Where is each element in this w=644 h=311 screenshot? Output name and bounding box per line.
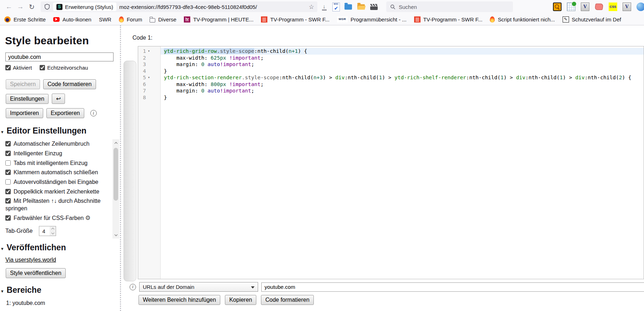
identity-pill[interactable]: S Erweiterung (Stylus) (53, 2, 116, 11)
site-lookup-icon[interactable] (553, 2, 562, 11)
open-folder-icon[interactable] (356, 2, 366, 11)
bookmark-label: Programmübersicht - ... (351, 16, 407, 22)
w3c-validator-icon[interactable]: W3C ✔ (332, 2, 340, 11)
line-gutter: 5▾ (138, 74, 161, 81)
bookmark-item[interactable]: Script funktioniert nich... (490, 16, 555, 22)
code-panel: Code 1: 1▾ytd-rich-grid-row.style-scope:… (122, 25, 644, 311)
editor-option[interactable]: Doppelklick markiert Zeichenkette (5, 188, 104, 196)
downloads-icon[interactable]: ↓ (320, 2, 329, 11)
info-icon[interactable]: i (90, 110, 97, 116)
style-name-input[interactable] (5, 52, 114, 61)
code-lines: 1▾ytd-rich-grid-row.style-scope:nth-chil… (138, 46, 644, 279)
bookmark-label: Diverse (158, 16, 176, 22)
bookmark-item[interactable]: TV-Programm - SWR F... (261, 16, 329, 22)
save-button[interactable]: Speichern (6, 79, 40, 89)
editor-settings-heading[interactable]: ▾ Editor Einstellungen (1, 126, 120, 136)
back-icon[interactable]: ← (4, 1, 14, 12)
fold-arrow-icon[interactable]: ▾ (148, 48, 150, 55)
editor-option[interactable]: Autovervollständigen bei Eingabe (5, 178, 104, 186)
bookmark-icon (261, 16, 267, 22)
back-to-manage-button[interactable]: ↩ (52, 94, 65, 104)
code-line[interactable]: 4} (138, 68, 644, 75)
toggle-checkbox[interactable]: Aktiviert (5, 65, 32, 71)
gear-icon[interactable]: ⚙ (85, 215, 91, 221)
section-jump-item[interactable]: 1: youtube.com (6, 300, 120, 306)
code-line[interactable]: 6 max-width: 800px !important; (138, 81, 644, 88)
bookmarks-folder-icon[interactable] (343, 2, 353, 11)
info-icon[interactable]: i (130, 284, 136, 290)
tab-size-stepper[interactable]: 4 (39, 226, 56, 236)
bookmark-item[interactable]: SWR (99, 16, 111, 22)
bookmark-icon: WDR (337, 16, 348, 22)
forward-icon[interactable]: → (15, 1, 26, 12)
url-text[interactable]: moz-extension://fd957793-dfe3-4cec-98eb-… (119, 4, 306, 10)
bookmark-item[interactable]: Auto-Ikonen (53, 16, 91, 22)
code-line[interactable]: 1▾ytd-rich-grid-row.style-scope:nth-chil… (138, 48, 644, 55)
bookmark-icon (53, 17, 60, 22)
code-editor[interactable]: 1▾ytd-rich-grid-row.style-scope:nth-chil… (138, 46, 644, 279)
stepper-arrows-icon[interactable] (50, 226, 56, 236)
bookmark-item[interactable]: ✎ Schutzverlauf im Def (563, 16, 621, 22)
apply-to-select[interactable]: URLs auf der Domain (139, 282, 258, 292)
code-line[interactable]: 8} (138, 94, 644, 101)
footer-button[interactable]: Code formatieren (261, 295, 314, 305)
footer-button[interactable]: Kopieren (225, 295, 256, 305)
bookmark-item[interactable]: hr TV-Programm | HEUTE... (184, 16, 253, 22)
bookmark-item[interactable]: Erste Schritte (4, 16, 46, 22)
editor-option[interactable]: Automatischer Zeilenumbruch (5, 140, 104, 148)
editor-option[interactable]: Farbwähler für CSS-Farben⚙ (5, 214, 104, 222)
domain-input[interactable] (261, 282, 644, 292)
scrollbar-thumb[interactable] (114, 148, 118, 201)
editor-option[interactable]: Intelligenter Einzug (5, 150, 104, 157)
import-button[interactable]: Importieren (6, 108, 43, 118)
sidebar-scrollbar[interactable] (112, 139, 119, 239)
bookmarks-bar: Erste Schritte Auto-Ikonen SWR Forum (0, 14, 644, 25)
code-line[interactable]: 7 margin: 0 auto!important; (138, 87, 644, 94)
code-line[interactable]: 2 max-width: 625px !important; (138, 55, 644, 61)
style-toggles: Aktiviert Echtzeitvorschau (5, 65, 120, 71)
bookmark-label: TV-Programm - SWR F... (423, 16, 483, 22)
fold-arrow-icon[interactable]: ▾ (148, 74, 150, 81)
script-scroll-icon[interactable] (595, 2, 603, 11)
publish-style-button[interactable]: Style veröffentlichen (6, 268, 66, 278)
bookmark-item[interactable]: TV-Programm - SWR F... (414, 16, 483, 22)
collapse-arrow-icon: ▾ (1, 289, 4, 294)
editor-option[interactable]: Klammern automatisch schließen (5, 169, 104, 176)
table-check-icon[interactable] (567, 2, 575, 11)
toggle-checkbox[interactable]: Echtzeitvorschau (40, 65, 88, 71)
clipped-edge-icon[interactable] (637, 2, 644, 11)
footer-button[interactable]: Weiteren Bereich hinzufügen (139, 295, 220, 305)
scroll-down-icon[interactable] (112, 231, 119, 239)
media-clapper-icon[interactable] (369, 2, 378, 11)
css-badge-icon[interactable]: CSS (609, 2, 617, 11)
editor-options-list: Automatischer Zeilenumbruch Intelligente… (0, 139, 120, 239)
validator-v-icon-2[interactable]: V (623, 2, 631, 11)
heading-label: Veröffentlichen (7, 243, 66, 252)
publish-heading[interactable]: ▾ Veröffentlichen (1, 243, 120, 252)
shield-icon[interactable] (44, 4, 50, 10)
bookmark-item[interactable]: Forum (119, 16, 142, 22)
sections-heading[interactable]: ▾ Bereiche (1, 285, 120, 295)
validator-v-icon[interactable]: V (581, 2, 589, 11)
bookmark-item[interactable]: Diverse (150, 16, 176, 22)
editor-option[interactable]: Tabs mit intelligentem Einzug (5, 159, 104, 167)
code-line[interactable]: 3 margin: 0 auto!important; (138, 61, 644, 68)
browser-window: ← → ↻ S Erweiterung (Stylus) moz-extensi… (0, 0, 644, 311)
page-title: Style bearbeiten (5, 35, 120, 47)
panel-scrollbar-thumb[interactable] (124, 61, 136, 281)
bookmark-item[interactable]: WDR Programmübersicht - ... (337, 16, 407, 22)
bookmark-star-icon[interactable]: ☆ (309, 3, 314, 11)
scroll-up-icon[interactable] (112, 139, 119, 146)
panel-resizer-handle[interactable] (120, 25, 122, 311)
bookmark-label: Forum (127, 16, 142, 22)
format-code-button[interactable]: Code formatieren (43, 79, 96, 89)
url-bar[interactable]: S Erweiterung (Stylus) moz-extension://f… (41, 1, 317, 12)
settings-button[interactable]: Einstellungen (6, 94, 49, 104)
reload-icon[interactable]: ↻ (26, 1, 37, 12)
search-bar[interactable]: Suchen (386, 1, 513, 12)
userstyles-world-link[interactable]: Via userstyles.world (5, 257, 56, 263)
code-line[interactable]: 5▾ytd-rich-section-renderer.style-scope:… (138, 74, 644, 81)
export-button[interactable]: Exportieren (46, 108, 84, 118)
toggle-label: Aktiviert (13, 65, 32, 71)
editor-option[interactable]: Mit Pfeiltasten ↑↓ durch Abschnitte spri… (5, 197, 104, 212)
